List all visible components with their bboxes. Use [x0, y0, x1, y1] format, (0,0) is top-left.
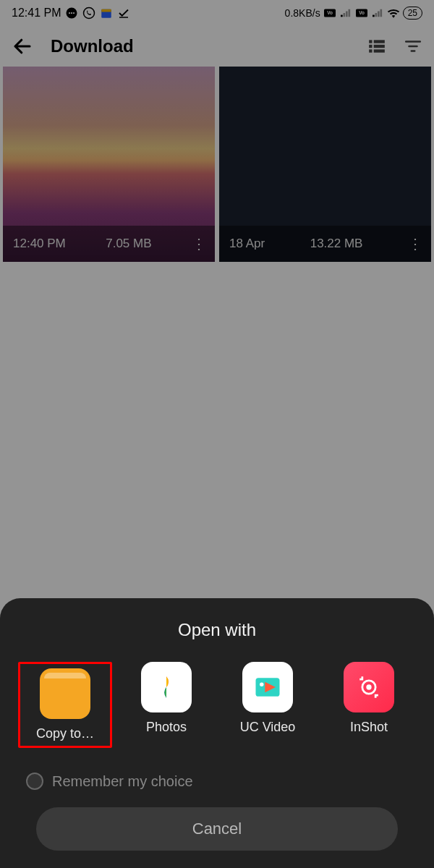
video-thumbnail[interactable]: 18 Apr 13.22 MB ⋮	[219, 67, 431, 262]
svg-rect-6	[102, 9, 112, 12]
whatsapp-icon	[82, 7, 95, 20]
app-option-copy-to[interactable]: Copy to…	[18, 662, 112, 748]
svg-rect-14	[374, 45, 385, 48]
svg-rect-16	[374, 49, 385, 52]
svg-point-18	[260, 683, 264, 687]
inshot-icon	[344, 662, 394, 712]
app-option-inshot[interactable]: InShot	[322, 662, 416, 748]
svg-text:Vo: Vo	[359, 10, 365, 15]
video-grid: 12:40 PM 7.05 MB ⋮ 18 Apr 13.22 MB ⋮	[0, 67, 434, 262]
app-label: Copy to…	[36, 726, 94, 741]
status-time: 12:41 PM	[12, 7, 61, 20]
app-label: InShot	[350, 720, 388, 735]
app-header: Download	[0, 26, 434, 67]
radio-unchecked-icon[interactable]	[26, 773, 43, 790]
signal-icon-1	[339, 7, 352, 20]
wifi-icon	[387, 7, 400, 20]
app-option-uc-video[interactable]: UC Video	[221, 662, 315, 748]
svg-text:Vo: Vo	[327, 10, 333, 15]
thumb-time: 18 Apr	[229, 237, 265, 251]
thumb-size: 13.22 MB	[310, 237, 363, 251]
volte-icon-2: Vo	[355, 7, 368, 20]
svg-rect-13	[369, 45, 372, 48]
svg-point-20	[366, 684, 371, 689]
folder-icon	[40, 668, 90, 719]
svg-rect-15	[369, 49, 372, 52]
more-icon[interactable]: ⋮	[408, 235, 421, 252]
more-icon[interactable]: ⋮	[192, 235, 205, 252]
open-with-sheet: Open with Copy to… Photos	[0, 598, 434, 868]
svg-point-2	[71, 12, 72, 14]
svg-point-4	[84, 8, 95, 19]
svg-rect-11	[369, 40, 372, 43]
app-label: Photos	[146, 720, 187, 735]
back-button[interactable]	[12, 35, 33, 57]
messages-icon	[65, 7, 78, 20]
photos-icon	[141, 662, 192, 712]
app-label: UC Video	[240, 720, 296, 735]
svg-rect-12	[374, 40, 385, 43]
cancel-button[interactable]: Cancel	[36, 807, 398, 851]
view-toggle-icon[interactable]	[367, 37, 386, 56]
thumb-time: 12:40 PM	[13, 237, 66, 251]
app-option-photos[interactable]: Photos	[119, 662, 213, 748]
page-title: Download	[51, 36, 350, 56]
svg-point-1	[69, 12, 70, 14]
svg-point-3	[73, 12, 75, 14]
signal-icon-2	[371, 7, 384, 20]
uc-video-icon	[242, 662, 293, 712]
remember-choice-row[interactable]: Remember my choice	[14, 765, 420, 807]
remember-label: Remember my choice	[52, 773, 193, 790]
calendar-icon	[100, 7, 113, 20]
status-bar: 12:41 PM 0.8KB/s Vo Vo 25	[0, 0, 434, 26]
sheet-title: Open with	[14, 620, 420, 640]
volte-icon: Vo	[323, 7, 336, 20]
check-icon	[117, 7, 130, 20]
battery-indicator: 25	[403, 7, 422, 20]
status-speed: 0.8KB/s	[285, 7, 320, 19]
filter-icon[interactable]	[404, 37, 422, 56]
video-thumbnail[interactable]: 12:40 PM 7.05 MB ⋮	[3, 67, 215, 262]
thumb-size: 7.05 MB	[106, 237, 151, 251]
